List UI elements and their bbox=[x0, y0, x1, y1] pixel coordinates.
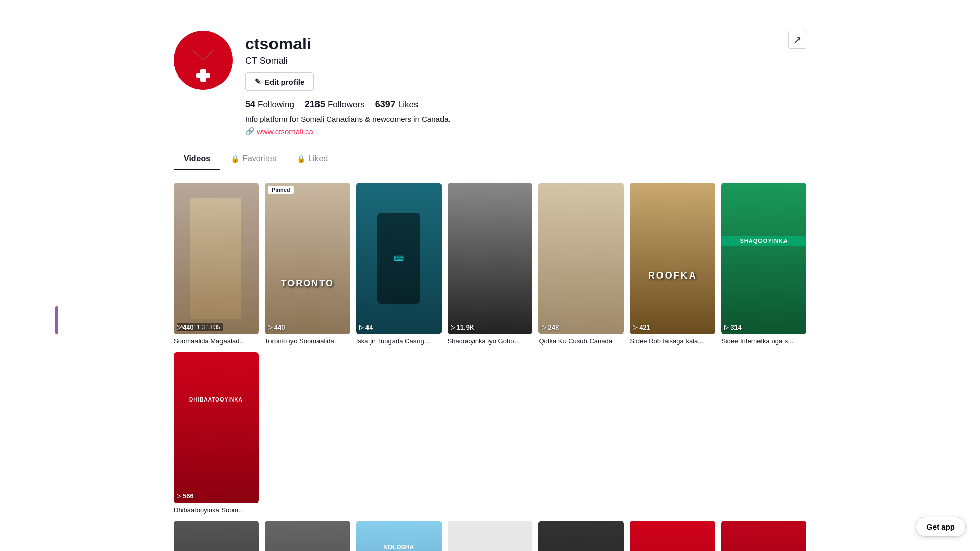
play-count-1: ▷ 440 bbox=[177, 323, 194, 331]
svg-rect-2 bbox=[196, 73, 210, 78]
likes-stat[interactable]: 6397 Likes bbox=[375, 99, 419, 110]
edit-profile-label: Edit profile bbox=[264, 78, 304, 86]
video-thumb-14: ▷ 3170 bbox=[630, 521, 715, 551]
website-text: www.ctsomali.ca bbox=[257, 127, 313, 136]
tab-liked[interactable]: 🔒 Liked bbox=[286, 148, 338, 170]
video-card-9[interactable]: ▷ 452 bbox=[174, 521, 259, 551]
play-icon: ▷ bbox=[724, 324, 728, 331]
lock-icon-favorites: 🔒 bbox=[231, 155, 239, 163]
video-title-8: Dhibaatooyinka Soom... bbox=[174, 506, 259, 515]
count-text: 440 bbox=[274, 323, 285, 331]
video-thumb-8: DHIBAATOOYINKA ▷ 566 bbox=[174, 352, 259, 504]
followers-label: Followers bbox=[328, 99, 365, 110]
profile-info: ctsomali CT Somali ✎ Edit profile 54 Fol… bbox=[245, 31, 776, 136]
play-count-6: ▷ 421 bbox=[633, 323, 650, 331]
play-icon: ▷ bbox=[451, 324, 455, 331]
play-icon: ▷ bbox=[177, 324, 181, 331]
video-thumb-2: TORONTO Pinned ▷ 440 bbox=[265, 183, 350, 334]
bio: Info platform for Somali Canadians & new… bbox=[245, 115, 776, 123]
count-text: 314 bbox=[730, 323, 742, 331]
count-text: 11.9K bbox=[457, 323, 475, 331]
video-card-5[interactable]: ▷ 248 Qofka Ku Cusub Canada bbox=[538, 183, 624, 346]
edit-profile-button[interactable]: ✎ Edit profile bbox=[245, 72, 314, 91]
followers-count: 2185 bbox=[305, 99, 325, 110]
link-icon: 🔗 bbox=[245, 127, 255, 136]
tab-favorites-label: Favorites bbox=[242, 154, 276, 163]
count-text: 440 bbox=[183, 323, 194, 331]
video-card-15[interactable]: ▷ 7398 bbox=[721, 521, 806, 551]
stats-row: 54 Following 2185 Followers 6397 Likes bbox=[245, 99, 776, 110]
username: ctsomali bbox=[245, 35, 776, 54]
video-title-3: Iska jir Tuugada Casrig... bbox=[356, 337, 442, 346]
following-stat[interactable]: 54 Following bbox=[245, 99, 295, 110]
video-card-11[interactable]: NOLOSHA IYO TORONTO ▷ 30.9K bbox=[356, 521, 442, 551]
play-count-5: ▷ 248 bbox=[542, 323, 559, 331]
share-button[interactable]: ↗ bbox=[788, 31, 806, 49]
video-thumb-7: SHAQOOYINKA ▷ 314 bbox=[721, 183, 806, 334]
video-grid-row2: ▷ 452 ▷ 563 NOLOSHA IYO TO bbox=[174, 521, 806, 551]
video-title-1: Soomaalida Magaalad... bbox=[174, 337, 259, 346]
video-grid-row1: 2023-11-3 13:35 ▷ 440 Soomaalida Magaala… bbox=[174, 183, 806, 515]
play-icon: ▷ bbox=[177, 493, 181, 499]
video-thumb-3: ⌨ ▷ 44 bbox=[356, 183, 442, 334]
video-thumb-11: NOLOSHA IYO TORONTO ▷ 30.9K bbox=[356, 521, 442, 551]
pinned-badge: Pinned bbox=[268, 186, 294, 194]
play-icon: ▷ bbox=[633, 324, 637, 331]
following-label: Following bbox=[258, 99, 295, 110]
share-icon: ↗ bbox=[793, 34, 802, 46]
video-card-14[interactable]: ▷ 3170 bbox=[630, 521, 715, 551]
video-thumb-1: 2023-11-3 13:35 ▷ 440 bbox=[174, 183, 259, 334]
video-card-3[interactable]: ⌨ ▷ 44 Iska jir Tuugada Casrig... bbox=[356, 183, 442, 346]
play-count-3: ▷ 44 bbox=[359, 323, 373, 331]
count-text: 44 bbox=[365, 323, 373, 331]
count-text: 248 bbox=[548, 323, 559, 331]
video-card-2[interactable]: TORONTO Pinned ▷ 440 Toronto iyo Soomaal… bbox=[265, 183, 350, 346]
likes-count: 6397 bbox=[375, 99, 396, 110]
video-card-12[interactable]: CANADA ? 🍁 ▷ 684 bbox=[448, 521, 533, 551]
count-text: 566 bbox=[183, 492, 194, 500]
tabs-container: Videos 🔒 Favorites 🔒 Liked bbox=[174, 148, 806, 170]
video-card-13[interactable]: QISO ▷ 1213 bbox=[538, 521, 624, 551]
video-thumb-4: ▷ 11.9K bbox=[448, 183, 533, 334]
play-count-7: ▷ 314 bbox=[724, 323, 742, 331]
profile-actions: ✎ Edit profile bbox=[245, 72, 776, 91]
video-card-6[interactable]: ROOFKA ▷ 421 Sidee Rob laisaga kala... bbox=[630, 183, 715, 346]
play-icon: ▷ bbox=[359, 324, 363, 331]
play-count-8: ▷ 566 bbox=[177, 492, 194, 500]
profile-header: ctsomali CT Somali ✎ Edit profile 54 Fol… bbox=[174, 31, 806, 136]
video-card-7[interactable]: SHAQOOYINKA ▷ 314 Sidee Internetka uga s… bbox=[721, 183, 806, 346]
video-thumb-9: ▷ 452 bbox=[174, 521, 259, 551]
get-app-button[interactable]: Get app bbox=[916, 517, 966, 537]
video-thumb-13: QISO ▷ 1213 bbox=[538, 521, 624, 551]
tab-liked-label: Liked bbox=[308, 154, 328, 163]
get-app-label: Get app bbox=[926, 522, 955, 531]
edit-icon: ✎ bbox=[255, 77, 261, 86]
play-icon: ▷ bbox=[542, 324, 546, 331]
scroll-indicator bbox=[55, 306, 58, 334]
video-card-4[interactable]: ▷ 11.9K Shaqooyinka iyo Gobo... bbox=[448, 183, 533, 346]
lock-icon-liked: 🔒 bbox=[297, 155, 305, 163]
video-card-8[interactable]: DHIBAATOOYINKA ▷ 566 Dhibaatooyinka Soom… bbox=[174, 352, 259, 515]
video-title-4: Shaqooyinka iyo Gobo... bbox=[448, 337, 533, 346]
play-icon: ▷ bbox=[268, 324, 272, 331]
avatar bbox=[174, 31, 233, 90]
play-count-2: ▷ 440 bbox=[268, 323, 285, 331]
video-thumb-15: ▷ 7398 bbox=[721, 521, 806, 551]
video-thumb-12: CANADA ? 🍁 ▷ 684 bbox=[448, 521, 533, 551]
following-count: 54 bbox=[245, 99, 255, 110]
display-name: CT Somali bbox=[245, 56, 776, 66]
video-title-6: Sidee Rob laisaga kala... bbox=[630, 337, 715, 346]
video-thumb-5: ▷ 248 bbox=[538, 183, 624, 334]
likes-label: Likes bbox=[398, 99, 419, 110]
followers-stat[interactable]: 2185 Followers bbox=[305, 99, 365, 110]
video-title-2: Toronto iyo Soomaalida. bbox=[265, 337, 350, 346]
tab-favorites[interactable]: 🔒 Favorites bbox=[220, 148, 286, 170]
website-link[interactable]: 🔗 www.ctsomali.ca bbox=[245, 127, 776, 136]
video-thumb-6: ROOFKA ▷ 421 bbox=[630, 183, 715, 334]
video-thumb-10: ▷ 563 bbox=[265, 521, 350, 551]
video-card-10[interactable]: ▷ 563 bbox=[265, 521, 350, 551]
tab-videos[interactable]: Videos bbox=[174, 148, 220, 170]
video-card-1[interactable]: 2023-11-3 13:35 ▷ 440 Soomaalida Magaala… bbox=[174, 183, 259, 346]
video-title-7: Sidee Internetka uga s... bbox=[721, 337, 806, 346]
video-title-5: Qofka Ku Cusub Canada bbox=[538, 337, 624, 346]
